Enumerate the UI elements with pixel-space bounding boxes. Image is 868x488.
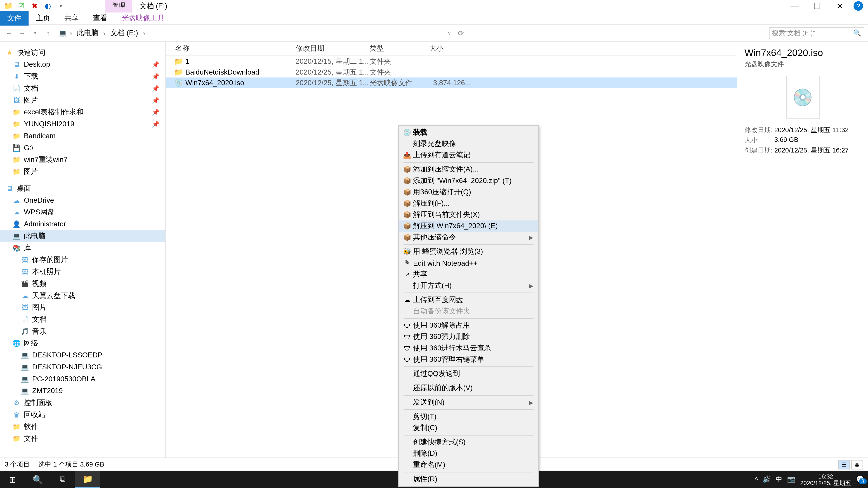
tree-item[interactable]: 💻PC-20190530OBLA xyxy=(0,373,165,385)
menu-item[interactable]: 📤上传到有道云笔记 xyxy=(399,150,538,161)
notification-icon[interactable]: 💬3 xyxy=(856,475,864,483)
tree-item[interactable]: 💾G:\ xyxy=(0,142,165,154)
tree-item[interactable]: 📄文档📌 xyxy=(0,82,165,94)
file-row[interactable]: 📁BaiduNetdiskDownload2020/12/25, 星期五 1..… xyxy=(166,67,737,77)
tree-item[interactable]: 📚库 xyxy=(0,242,165,254)
tree-item[interactable]: 💻此电脑 xyxy=(0,230,165,242)
menu-item[interactable]: 还原以前的版本(V) xyxy=(399,383,538,394)
tree-item[interactable]: 🖥Desktop📌 xyxy=(0,58,165,70)
ribbon-disc-tools[interactable]: 光盘映像工具 xyxy=(114,11,172,26)
file-row[interactable]: 📁12020/12/15, 星期二 1...文件夹 xyxy=(166,56,737,67)
ribbon-view[interactable]: 查看 xyxy=(86,11,115,26)
tree-item[interactable]: 🗑回收站 xyxy=(0,409,165,421)
menu-item[interactable]: 📦用360压缩打开(Q) xyxy=(399,186,538,198)
menu-item[interactable]: 🛡使用 360强力删除 xyxy=(399,331,538,343)
tree-item[interactable]: 🖼图片📌 xyxy=(0,94,165,106)
tree-item[interactable]: ⚙控制面板 xyxy=(0,397,165,409)
menu-item[interactable]: 📦添加到 "Win7x64_2020.zip" (T) xyxy=(399,175,538,186)
tree-item[interactable]: 🖼本机照片 xyxy=(0,266,165,278)
breadcrumb[interactable]: 此电脑 xyxy=(74,28,101,38)
ime-indicator[interactable]: 中 xyxy=(776,475,782,484)
search-button[interactable]: 🔍 xyxy=(25,470,50,488)
ribbon-file[interactable]: 文件 xyxy=(0,11,29,26)
tree-item[interactable]: ☁天翼云盘下载 xyxy=(0,290,165,302)
menu-item[interactable]: 通过QQ发送到 xyxy=(399,368,538,380)
menu-item[interactable]: 📦其他压缩命令▶ xyxy=(399,232,538,243)
tree-item[interactable]: 📄文档 xyxy=(0,313,165,325)
tree-item[interactable]: 📁Bandicam xyxy=(0,130,165,142)
history-dropdown-icon[interactable]: v xyxy=(448,30,451,36)
tree-item[interactable]: 🖼保存的图片 xyxy=(0,254,165,266)
tree-item[interactable]: 🎬视频 xyxy=(0,278,165,290)
delete-icon[interactable]: ✖ xyxy=(30,1,39,11)
properties-icon[interactable]: ◐ xyxy=(43,1,53,11)
thumbnail-view-button[interactable]: ▦ xyxy=(851,459,863,469)
start-button[interactable]: ⊞ xyxy=(0,470,25,488)
menu-item[interactable]: 📦解压到当前文件夹(X) xyxy=(399,209,538,221)
tree-item[interactable]: 📁excel表格制作求和📌 xyxy=(0,106,165,118)
menu-item[interactable]: 💿装载 xyxy=(399,127,538,138)
tree-item[interactable]: 📁win7重装win7 xyxy=(0,154,165,166)
tree-item[interactable]: ☁OneDrive xyxy=(0,194,165,206)
tree-item[interactable]: 🌐网络 xyxy=(0,337,165,349)
tree-item[interactable]: 💻ZMT2019 xyxy=(0,385,165,397)
tree-item[interactable]: ☁WPS网盘 xyxy=(0,206,165,218)
checkbox-icon[interactable]: ☑ xyxy=(17,1,26,11)
menu-item[interactable]: ☁上传到百度网盘 xyxy=(399,294,538,306)
menu-item[interactable]: 剪切(T) xyxy=(399,411,538,422)
menu-item[interactable]: 🛡使用 360进行木马云查杀 xyxy=(399,343,538,354)
col-date[interactable]: 修改日期 xyxy=(296,43,370,54)
tray-expand-icon[interactable]: ^ xyxy=(755,476,758,483)
forward-button[interactable]: → xyxy=(17,29,27,37)
details-view-button[interactable]: ☰ xyxy=(838,459,850,469)
help-button[interactable]: ? xyxy=(854,1,863,11)
menu-item[interactable]: 创建快捷方式(S) xyxy=(399,437,538,448)
explorer-taskbar-button[interactable]: 📁 xyxy=(75,470,100,488)
menu-item[interactable]: 打开方式(H)▶ xyxy=(399,280,538,291)
tree-item[interactable]: 💻DESKTOP-NJEU3CG xyxy=(0,361,165,373)
col-size[interactable]: 大小 xyxy=(429,43,477,54)
ribbon-home[interactable]: 主页 xyxy=(29,11,57,26)
tree-item[interactable]: ⬇下载📌 xyxy=(0,70,165,82)
menu-item[interactable]: 复制(C) xyxy=(399,422,538,434)
tree-item[interactable]: 📁YUNQISHI2019📌 xyxy=(0,118,165,130)
tree-item[interactable]: 🎵音乐 xyxy=(0,325,165,337)
tree-item[interactable]: 📁图片 xyxy=(0,166,165,177)
screenshot-icon[interactable]: 📷 xyxy=(787,475,796,483)
dropdown-icon[interactable]: ▾ xyxy=(30,30,40,36)
tree-item[interactable]: 🖼图片 xyxy=(0,301,165,313)
col-type[interactable]: 类型 xyxy=(370,43,429,54)
dropdown-icon[interactable]: ▾ xyxy=(56,1,66,11)
menu-item[interactable]: 发送到(N)▶ xyxy=(399,397,538,408)
menu-item[interactable]: 📦添加到压缩文件(A)... xyxy=(399,164,538,175)
menu-item[interactable]: 重命名(M) xyxy=(399,459,538,470)
task-view-button[interactable]: ⧉ xyxy=(50,470,75,488)
back-button[interactable]: ← xyxy=(4,29,14,37)
col-name[interactable]: 名称 xyxy=(166,43,296,54)
search-input[interactable]: 搜索"文档 (E:)" 🔍 xyxy=(769,27,864,39)
volume-icon[interactable]: 🔊 xyxy=(763,475,771,483)
tree-item[interactable]: 📁软件 xyxy=(0,421,165,433)
context-tab-manage[interactable]: 管理 xyxy=(105,0,132,12)
maximize-button[interactable]: ☐ xyxy=(808,1,826,11)
breadcrumb[interactable]: 文档 (E:) xyxy=(108,28,141,38)
menu-item[interactable]: 🛡使用 360管理右键菜单 xyxy=(399,354,538,365)
menu-item[interactable]: ↗共享 xyxy=(399,269,538,280)
menu-item[interactable]: 属性(R) xyxy=(399,474,538,485)
tree-item[interactable]: ★快速访问 xyxy=(0,46,165,59)
tree-item[interactable]: 👤Administrator xyxy=(0,218,165,230)
menu-item[interactable]: 🐝用 蜂蜜浏览器 浏览(3) xyxy=(399,246,538,257)
tree-item[interactable]: 💻DESKTOP-LSSOEDP xyxy=(0,349,165,361)
menu-item[interactable]: ✎Edit with Notepad++ xyxy=(399,257,538,269)
tree-item[interactable]: 📁文件 xyxy=(0,432,165,445)
tree-item[interactable]: 🖥桌面 xyxy=(0,182,165,194)
refresh-button[interactable]: ⟳ xyxy=(455,29,466,37)
menu-item[interactable]: 📦解压到(F)... xyxy=(399,198,538,209)
menu-item[interactable]: 刻录光盘映像 xyxy=(399,138,538,150)
ribbon-share[interactable]: 共享 xyxy=(57,11,86,26)
menu-item[interactable]: 📦解压到 Win7x64_2020\ (E) xyxy=(399,221,538,232)
menu-item[interactable]: 🛡使用 360解除占用 xyxy=(399,320,538,331)
close-button[interactable]: ✕ xyxy=(831,1,849,11)
file-row[interactable]: 💿Win7x64_2020.iso2020/12/25, 星期五 1...光盘映… xyxy=(166,77,737,88)
menu-item[interactable]: 删除(D) xyxy=(399,448,538,459)
